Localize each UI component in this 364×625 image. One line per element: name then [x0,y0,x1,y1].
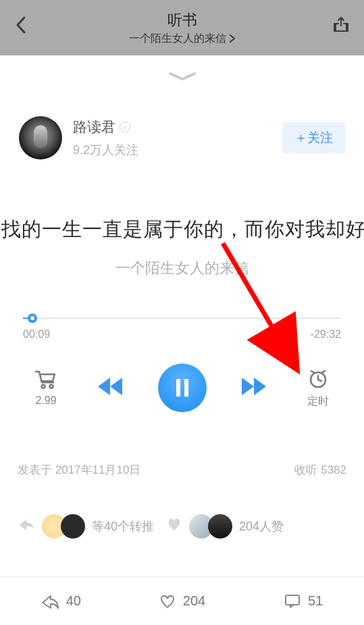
back-button[interactable] [14,15,28,38]
repost-avatar[interactable] [61,514,85,539]
svg-line-17 [311,371,315,373]
player-sheet: 路读君 ✓ 9.2万人关注 ＋关注 找的一生一直是属于你的，而你对我却好 一个陌… [0,55,364,625]
author-followers: 9.2万人关注 [73,142,282,158]
author-avatar[interactable] [19,116,62,159]
bottom-share-count: 40 [66,593,81,609]
heart-outline-icon [159,593,176,609]
bottom-comment-count: 51 [308,593,323,609]
like-count[interactable]: 204人赞 [239,518,284,534]
nav-subtitle: 一个陌生女人的来信 [129,32,226,46]
plus-icon: ＋ [294,130,307,145]
forward-icon [238,375,269,398]
publish-date: 发表于 2017年11月10日 [18,462,140,478]
follow-button[interactable]: ＋关注 [282,122,345,153]
chevron-down-icon [166,72,199,81]
top-nav: 听书 一个陌生女人的来信 [0,0,364,55]
svg-marker-12 [242,378,254,395]
time-remaining: -29:32 [311,328,341,341]
pause-button[interactable] [158,364,207,412]
svg-rect-10 [176,379,180,397]
timer-label: 定时 [307,395,329,409]
share-button[interactable] [332,15,350,36]
chevron-left-icon [14,15,28,35]
svg-marker-13 [254,378,266,395]
verified-icon: ✓ [120,122,130,132]
bottom-like[interactable]: 204 [122,577,243,625]
nav-subtitle-row[interactable]: 一个陌生女人的来信 [129,32,236,46]
rewind-button[interactable] [95,375,126,401]
share-arrow-icon [41,593,59,609]
purchase-button[interactable]: 2.99 [28,369,63,407]
like-avatar[interactable] [208,514,232,539]
nav-title: 听书 [129,10,236,30]
comment-icon [284,593,301,609]
timer-button[interactable]: 定时 [301,368,336,409]
chevron-right-icon [229,34,236,43]
author-name[interactable]: 路读君 [73,118,115,136]
svg-rect-11 [184,379,188,397]
bottom-share[interactable]: 40 [0,577,122,625]
progress-bar[interactable] [23,318,341,319]
track-title: 找的一生一直是属于你的，而你对我却好 [0,216,364,243]
time-elapsed: 00:09 [23,328,50,341]
svg-line-18 [321,371,325,373]
rewind-icon [95,375,126,398]
price-label: 2.99 [35,395,56,407]
forward-button[interactable] [238,375,269,401]
track-subtitle: 一个陌生女人的来信 [0,258,364,278]
progress-thumb[interactable] [28,314,37,323]
pause-icon [174,378,190,398]
author-row: 路读君 ✓ 9.2万人关注 ＋关注 [0,101,364,159]
clock-icon [307,368,330,389]
svg-point-7 [50,385,53,389]
bottom-comment[interactable]: 51 [242,577,364,625]
drag-handle[interactable] [0,72,364,81]
svg-line-16 [318,380,321,381]
svg-rect-19 [286,595,299,605]
social-row: 等40个转推 204人赞 [0,514,364,539]
bottom-like-count: 204 [183,593,205,609]
svg-marker-9 [98,378,110,395]
repost-icon[interactable] [18,517,35,536]
svg-marker-8 [110,378,122,395]
repost-count[interactable]: 等40个转推 [92,518,154,534]
heart-icon[interactable] [166,517,182,536]
cart-icon [34,369,57,389]
follow-label: 关注 [307,130,333,145]
bottom-bar: 40 204 51 [0,576,364,625]
share-icon [332,15,350,34]
play-count: 收听 5382 [294,462,346,478]
svg-point-6 [42,385,45,389]
